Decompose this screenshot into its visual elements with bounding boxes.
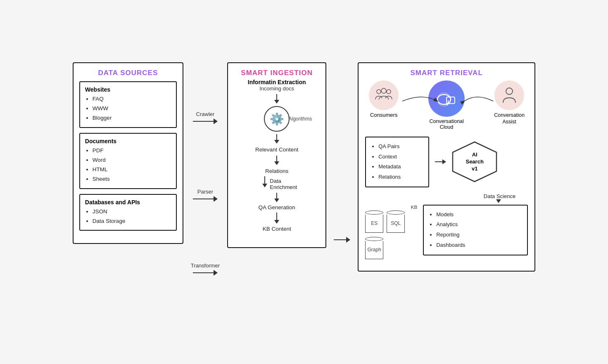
cyl-top <box>365 237 383 241</box>
qa-to-hex-arrow <box>435 159 446 164</box>
cyl-body: ES <box>365 215 383 233</box>
qa-pairs-box: QA Pairs Context Metadata Relations <box>365 137 429 187</box>
arrow-3 <box>274 156 279 165</box>
ai-search-wrap: AI Search v1 <box>452 141 497 182</box>
list-item: Models <box>436 210 521 220</box>
bottom-row: KB ES <box>365 205 528 259</box>
websites-title: Websites <box>85 86 171 93</box>
cyl-top <box>365 210 383 215</box>
list-item: Analytics <box>436 220 521 230</box>
arrow-head <box>214 270 218 276</box>
databases-title: Databases and APIs <box>85 199 171 206</box>
parser-connector: Parser <box>193 189 218 202</box>
kb-text: KB <box>411 205 417 210</box>
arrow-line <box>193 199 214 199</box>
es-cylinder: ES <box>365 210 383 233</box>
crawler-connector: Crawler <box>193 111 218 124</box>
cyl-body: SQL <box>387 215 405 233</box>
arrow-line <box>193 121 214 122</box>
parser-arrow <box>193 196 218 202</box>
graph-cylinder: Graph <box>365 237 419 259</box>
sql-cylinder: SQL <box>387 210 405 233</box>
arrow-head-down <box>274 100 279 104</box>
relations-label: Relations <box>265 168 288 174</box>
list-item: Context <box>378 152 423 162</box>
people-icon <box>375 88 393 103</box>
svg-point-1 <box>381 88 386 93</box>
transformer-arrow <box>193 270 218 276</box>
smart-retrieval-title: SMART RETRIEVAL <box>359 63 534 80</box>
ai-search-label: AI Search v1 <box>463 151 486 173</box>
consumers-icon <box>369 80 399 110</box>
list-item: FAQ <box>93 95 171 104</box>
list-item: WWW <box>93 104 171 113</box>
list-item: Data Storage <box>93 217 171 226</box>
list-item: Word <box>93 156 171 165</box>
list-item: Metadata <box>378 162 423 172</box>
arrow-line-v <box>276 213 277 220</box>
websites-list: FAQ WWW Blogger <box>85 95 171 123</box>
list-item: Reporting <box>436 230 521 240</box>
kb-label: KB <box>365 205 419 210</box>
arrow-line <box>193 272 214 273</box>
arrow-head <box>346 237 350 243</box>
right-connectors <box>334 62 350 302</box>
arrow-head <box>442 159 446 164</box>
arrow-4 <box>274 193 279 202</box>
conversational-cloud-label: Conversational Cloud <box>424 118 469 130</box>
gear-icon: ⚙️ Algorithms <box>264 106 290 132</box>
list-item: Relations <box>378 172 423 182</box>
databases-box: Databases and APIs JSON Data Storage <box>79 194 177 231</box>
hexagon-container: AI Search v1 <box>452 141 497 182</box>
conversation-assist-label: Conversation Assist <box>491 112 528 125</box>
list-item: Sheets <box>93 175 171 184</box>
websites-box: Websites FAQ WWW Blogger <box>79 81 177 128</box>
algorithms-label: Algorithms <box>288 116 312 122</box>
top-row: Consumers C <box>365 80 528 130</box>
cyl-es: ES <box>365 210 383 233</box>
qa-generation-label: QA Generation <box>259 204 295 210</box>
conversational-cloud-wrap: Conversational Cloud <box>424 80 469 130</box>
db-top-row: ES SQL <box>365 210 419 233</box>
qa-list: QA Pairs Context Metadata Relations <box>372 142 423 182</box>
smart-ingestion-title: SMART INGESTION <box>228 63 325 79</box>
list-item: Blogger <box>93 113 171 123</box>
cloud-chat-icon <box>436 90 457 108</box>
cyl-top <box>387 210 405 215</box>
transformer-label: Transformer <box>191 262 220 269</box>
svg-point-2 <box>387 90 391 94</box>
consumers-wrap: Consumers <box>365 80 402 118</box>
db-group: KB ES <box>365 205 419 259</box>
data-science-list: Models Analytics Reporting Dashboards <box>430 210 521 251</box>
data-sources-panel: DATA SOURCES Websites FAQ WWW Blogger Do… <box>73 62 183 244</box>
left-connectors: Crawler Parser Transformer <box>191 62 220 302</box>
documents-title: Documents <box>85 138 171 144</box>
crawler-label: Crawler <box>196 111 215 117</box>
arrow-head-down <box>274 140 279 144</box>
transformer-connector: Transformer <box>191 262 220 276</box>
databases-list: JSON Data Storage <box>85 207 171 226</box>
crawler-arrow <box>193 118 218 124</box>
smart-ingestion-panel: SMART INGESTION Informatin Extraction In… <box>227 62 326 248</box>
arrow-line-v <box>276 193 277 199</box>
arrow-2 <box>274 134 279 144</box>
data-science-connector: Data Science <box>365 193 524 203</box>
data-enrichment-row: DataEnrichment <box>262 176 297 190</box>
cyl-sql: SQL <box>387 210 405 233</box>
arrow-head-down <box>274 220 279 224</box>
arrow-5 <box>274 213 279 224</box>
data-sources-title: DATA SOURCES <box>74 63 183 81</box>
arrow-line-v <box>264 176 265 184</box>
data-science-title: Data Science <box>484 193 515 199</box>
list-item: PDF <box>93 146 171 156</box>
smart-retrieval-panel: SMART RETRIEVAL <box>358 62 535 272</box>
documents-list: PDF Word HTML Sheets <box>85 146 171 184</box>
arrow-head <box>214 196 218 202</box>
gear-wrap: ⚙️ Algorithms <box>228 105 325 132</box>
cyl-graph: Graph <box>365 237 383 259</box>
middle-row: QA Pairs Context Metadata Relations <box>365 137 528 187</box>
svg-point-8 <box>506 88 513 95</box>
relevant-content-label: Relevant Content <box>255 147 298 153</box>
cyl-body: Graph <box>365 241 383 259</box>
svg-point-0 <box>377 90 381 94</box>
